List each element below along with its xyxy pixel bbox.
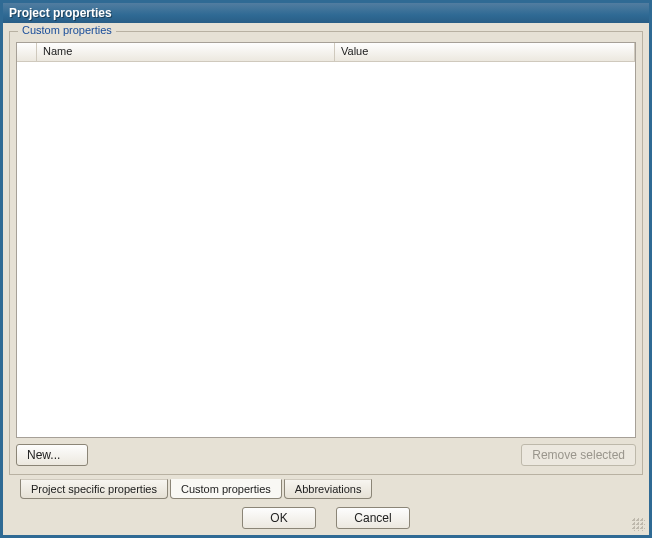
titlebar: Project properties [3, 3, 649, 23]
custom-properties-group: Custom properties Name Value New... Remo… [9, 31, 643, 475]
tab-custom-properties[interactable]: Custom properties [170, 479, 282, 499]
ok-button[interactable]: OK [242, 507, 316, 529]
remove-selected-button: Remove selected [521, 444, 636, 466]
dialog-window: Project properties Custom properties Nam… [0, 0, 652, 538]
tab-abbreviations[interactable]: Abbreviations [284, 479, 373, 499]
tab-project-specific-properties[interactable]: Project specific properties [20, 479, 168, 499]
group-button-row: New... Remove selected [16, 444, 636, 466]
table-body-empty[interactable] [17, 62, 635, 437]
dialog-button-row: OK Cancel [6, 501, 646, 529]
table-header: Name Value [17, 43, 635, 62]
column-header-name[interactable]: Name [37, 43, 335, 61]
tab-strip: Project specific properties Custom prope… [20, 479, 646, 499]
client-area: Custom properties Name Value New... Remo… [3, 23, 649, 535]
column-header-value[interactable]: Value [335, 43, 635, 61]
new-button[interactable]: New... [16, 444, 88, 466]
cancel-button[interactable]: Cancel [336, 507, 410, 529]
properties-table[interactable]: Name Value [16, 42, 636, 438]
group-label: Custom properties [18, 24, 116, 36]
window-title: Project properties [9, 6, 112, 20]
resize-grip-icon[interactable] [631, 517, 645, 531]
header-checkbox-col [17, 43, 37, 61]
